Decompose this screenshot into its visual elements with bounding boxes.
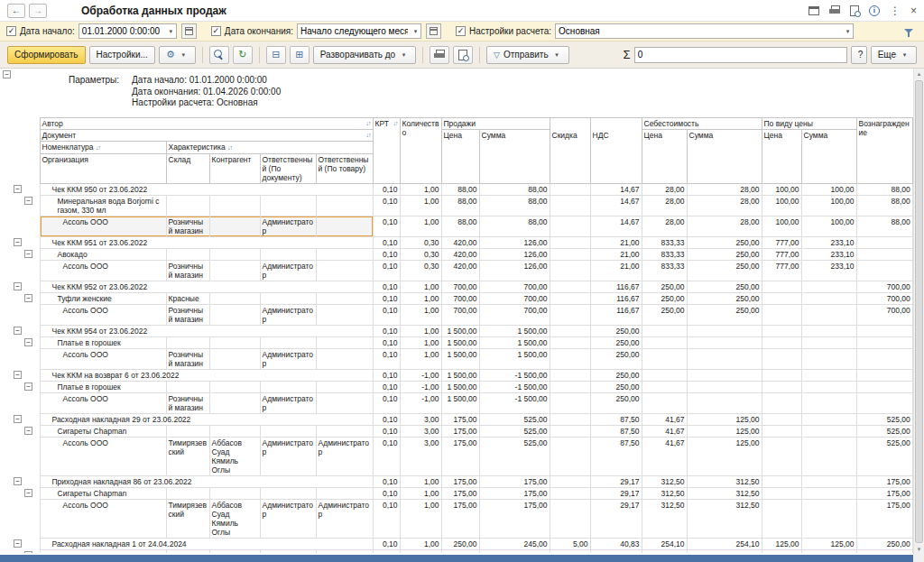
cell-number[interactable]: 0,10 [373,381,400,392]
header-sales-sum[interactable]: Сумма [479,129,550,183]
table-row[interactable]: Ассоль ОООТимирязевскийАббасов Суад Кями… [0,499,912,538]
cell-number[interactable]: 1 500,00 [441,336,479,348]
cell-number[interactable]: 175,00 [856,487,912,499]
cell-number[interactable] [762,281,801,292]
expand-groups-button[interactable]: ⊞ [290,46,310,64]
cell-number[interactable]: 700,00 [441,281,479,292]
cell-number[interactable]: 525,00 [856,437,912,475]
cell-number[interactable]: 250,00 [590,325,642,336]
cell-number[interactable] [762,487,801,499]
cell-text[interactable] [166,195,209,216]
cell-number[interactable]: 833,33 [642,248,687,260]
chevron-down-icon[interactable]: ▾ [843,28,853,35]
cell-number[interactable] [762,425,801,437]
cell-name[interactable]: Туфли женские [40,292,166,304]
cell-text[interactable]: Администратор [260,304,316,325]
cell-number[interactable]: 125,00 [762,538,801,549]
cell-number[interactable] [801,281,856,292]
cell-number[interactable]: 700,00 [856,281,912,292]
table-row[interactable]: −Авокадо0,100,30420,00126,0021,00833,332… [0,248,912,260]
cell-number[interactable]: 420,00 [441,248,479,260]
cell-number[interactable]: 777,00 [762,260,801,281]
cell-number[interactable] [550,487,590,499]
cell-number[interactable] [687,381,762,392]
cell-number[interactable]: 29,17 [590,499,642,538]
cell-text[interactable] [209,336,260,348]
cell-number[interactable]: -1 500,00 [479,369,550,381]
cell-number[interactable] [762,392,801,413]
cell-number[interactable] [550,381,590,392]
cell-number[interactable]: 125,00 [762,549,801,553]
cell-text[interactable] [260,195,316,216]
cell-number[interactable] [801,425,856,437]
cell-text[interactable] [316,549,373,553]
cell-number[interactable]: 1,00 [400,325,441,336]
collapse-box[interactable]: − [24,551,32,553]
cell-number[interactable] [856,325,912,336]
cell-number[interactable] [762,437,801,475]
cell-number[interactable]: 0,30 [400,248,441,260]
collapse-box[interactable]: − [3,70,11,78]
cell-number[interactable]: 125,00 [687,437,762,475]
cell-number[interactable]: 5,00 [550,538,590,549]
cell-number[interactable]: 100,00 [762,195,801,216]
header-nomenclature[interactable]: Номенклатура ↓↑ [40,141,166,153]
cell-number[interactable]: 0,10 [373,336,400,348]
cell-number[interactable]: 0,30 [400,260,441,281]
cell-number[interactable]: 254,10 [687,549,762,553]
collapse-box[interactable]: − [24,382,32,391]
cell-number[interactable]: 250,00 [590,336,642,348]
cell-number[interactable] [801,413,856,425]
cell-number[interactable]: 88,00 [856,195,912,216]
cell-text[interactable] [209,304,260,325]
cell-number[interactable]: 250,00 [856,538,912,549]
cell-number[interactable]: 28,00 [687,183,762,195]
send-button[interactable]: ▽ Отправить ▾ [486,46,569,64]
cell-number[interactable]: 525,00 [479,425,550,437]
cell-number[interactable]: -1,00 [400,381,441,392]
search-button[interactable] [209,46,229,64]
cell-number[interactable]: 175,00 [856,499,912,538]
cell-number[interactable] [801,348,856,369]
table-row[interactable]: −Чек ККМ 950 от 23.06.20220,101,0088,008… [0,183,912,195]
cell-number[interactable] [642,369,687,381]
collapse-box[interactable]: − [24,489,32,497]
cell-number[interactable]: 88,00 [479,195,550,216]
header-discount[interactable]: Скидка [550,117,590,183]
sum-input[interactable] [634,47,847,63]
cell-number[interactable]: 100,00 [801,183,856,195]
cell-number[interactable]: 100,00 [762,183,801,195]
header-reward[interactable]: Вознаграждение [856,117,912,183]
table-row[interactable]: −Сигареты Chapman0,103,00175,00525,0087,… [0,425,912,437]
cell-number[interactable] [550,236,590,248]
table-row[interactable]: −Туфли женскиеКрасные0,101,00700,00700,0… [0,292,912,304]
cell-name[interactable]: Платье в горошек [40,336,166,348]
cell-number[interactable]: 312,50 [642,499,687,538]
cell-name[interactable]: Расходная накладная 1 от 24.04.2024 [40,538,373,549]
cell-number[interactable]: 525,00 [856,425,912,437]
cell-number[interactable]: 700,00 [479,292,550,304]
cell-text[interactable] [166,248,209,260]
cell-number[interactable]: 3,00 [400,437,441,475]
cell-number[interactable] [550,292,590,304]
cell-number[interactable] [550,425,590,437]
table-row[interactable]: −Чек ККМ 952 от 23.06.20220,101,00700,00… [0,281,912,292]
header-cost[interactable]: Себестоимость [642,117,762,129]
cell-text[interactable] [209,248,260,260]
settings-button[interactable]: Настройки... [89,46,155,64]
cell-text[interactable] [316,392,373,413]
table-row[interactable]: −Чек ККМ на возврат 6 от 23.06.20220,10-… [0,369,912,381]
cell-text[interactable]: Аббасов Суад Кямиль Оглы [209,437,260,475]
cell-number[interactable]: 1 500,00 [441,381,479,392]
horizontal-scroll-thumb[interactable] [0,555,913,562]
cell-number[interactable]: 87,50 [590,425,642,437]
cell-number[interactable]: 250,00 [856,549,912,553]
cell-number[interactable]: 233,10 [801,260,856,281]
info-icon[interactable]: i [869,5,880,16]
cell-text[interactable]: Администратор [260,499,316,538]
back-button[interactable]: ← [7,4,25,18]
generate-button[interactable]: Сформировать [7,46,86,64]
cell-number[interactable]: 175,00 [441,475,479,487]
cell-number[interactable]: 833,33 [642,260,687,281]
cell-number[interactable]: 250,00 [590,392,642,413]
